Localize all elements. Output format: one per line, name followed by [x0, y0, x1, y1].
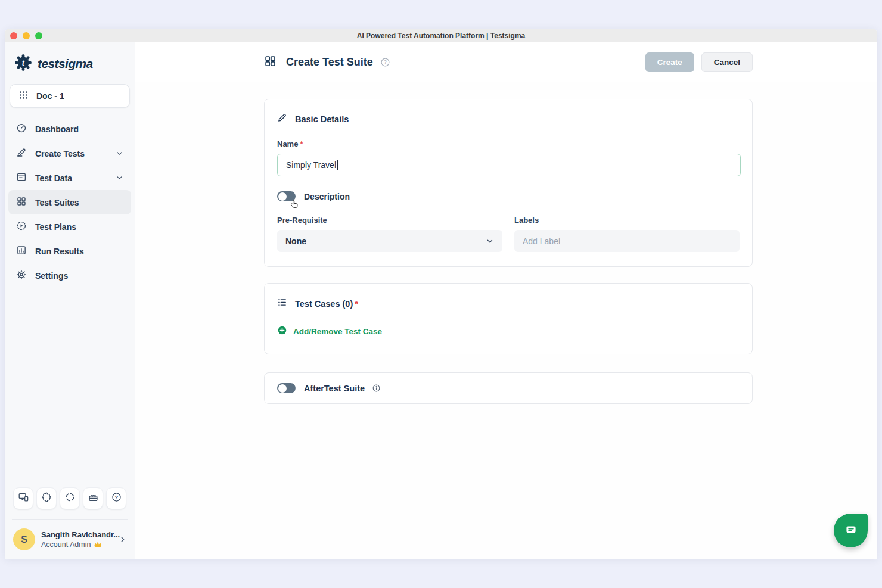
required-marker: * — [300, 139, 303, 148]
list-icon — [277, 297, 287, 310]
titlebar: AI Powered Test Automation Platform | Te… — [5, 29, 877, 42]
user-meta: Sangith Ravichandr... Account Admin — [41, 530, 113, 549]
user-role: Account Admin — [41, 540, 113, 549]
sidebar-item-label: Test Suites — [35, 198, 79, 207]
aftertest-suite-toggle[interactable] — [277, 383, 296, 393]
crown-icon — [94, 540, 102, 549]
name-input[interactable]: Simply Travel — [277, 154, 741, 176]
add-remove-test-case-label: Add/Remove Test Case — [293, 327, 382, 336]
devices-icon — [18, 491, 29, 505]
help-button[interactable]: ? — [106, 487, 126, 509]
create-button[interactable]: Create — [645, 52, 694, 72]
user-role-label: Account Admin — [41, 540, 91, 549]
sidebar: t testsigma Doc - 1 — [5, 42, 135, 559]
gear-icon — [16, 269, 27, 282]
basic-details-title: Basic Details — [295, 114, 349, 124]
test-cases-card: Test Cases (0)* Add/Remove Test Case — [264, 283, 753, 354]
test-cases-title: Test Cases (0)* — [295, 299, 358, 309]
cancel-button[interactable]: Cancel — [701, 52, 753, 72]
chevron-down-icon — [486, 237, 494, 245]
pencil-icon — [16, 147, 27, 160]
chevron-down-icon — [116, 174, 123, 182]
test-cases-header: Test Cases (0)* — [277, 297, 740, 310]
chat-launcher-button[interactable] — [834, 514, 868, 547]
user-profile[interactable]: S Sangith Ravichandr... Account Admin — [11, 528, 129, 550]
name-label: Name* — [277, 139, 740, 148]
brand-name: testsigma — [38, 57, 93, 71]
title-help-icon[interactable]: ? — [380, 57, 390, 67]
page-title: Create Test Suite — [286, 56, 373, 69]
devices-button[interactable] — [13, 487, 33, 509]
app-window: AI Powered Test Automation Platform | Te… — [5, 29, 877, 559]
svg-text:?: ? — [114, 494, 117, 500]
utility-buttons: ? — [11, 487, 129, 509]
labels-field: Labels — [514, 216, 740, 252]
sidebar-item-label: Test Plans — [35, 222, 76, 232]
chevron-right-icon — [119, 536, 126, 543]
sync-button[interactable] — [60, 487, 80, 509]
play-circle-icon — [16, 220, 27, 233]
project-switcher[interactable]: Doc - 1 — [10, 84, 130, 108]
sidebar-item-settings[interactable]: Settings — [8, 263, 131, 288]
main-panel: Create Test Suite ? Create Cancel — [135, 42, 877, 559]
pencil-icon — [277, 113, 287, 125]
labels-label: Labels — [514, 216, 740, 225]
sidebar-item-run-results[interactable]: Run Results — [8, 239, 131, 263]
sidebar-item-label: Dashboard — [35, 125, 79, 134]
bar-chart-icon — [16, 245, 27, 257]
basic-details-header: Basic Details — [277, 113, 740, 125]
sidebar-item-test-suites[interactable]: Test Suites — [8, 190, 131, 214]
sidebar-item-test-plans[interactable]: Test Plans — [8, 214, 131, 239]
sidebar-item-dashboard[interactable]: Dashboard — [8, 117, 131, 141]
help-circle-icon: ? — [111, 491, 122, 505]
user-name: Sangith Ravichandr... — [41, 530, 113, 539]
description-label: Description — [304, 192, 350, 201]
grid-squares-icon — [16, 196, 27, 209]
integrations-button[interactable] — [36, 487, 57, 509]
text-caret — [337, 160, 338, 170]
window-title: AI Powered Test Automation Platform | Te… — [5, 32, 877, 40]
chat-icon — [843, 522, 859, 540]
description-toggle[interactable] — [277, 191, 296, 201]
testsigma-gear-logo-icon: t — [14, 54, 32, 74]
header-actions: Create Cancel — [645, 52, 753, 72]
add-remove-test-case-link[interactable]: Add/Remove Test Case — [277, 325, 382, 338]
prerequisite-select[interactable]: None — [277, 230, 502, 252]
sidebar-item-label: Create Tests — [35, 149, 85, 158]
sidebar-divider — [12, 519, 128, 520]
test-suite-grid-icon — [264, 55, 277, 70]
grid-dots-icon — [18, 90, 29, 102]
sync-circle-icon — [64, 491, 76, 505]
sidebar-item-test-data[interactable]: Test Data — [8, 166, 131, 190]
sidebar-nav: Dashboard Create Tests — [5, 111, 135, 293]
prerequisite-field: Pre-Requisite None — [277, 216, 502, 252]
prerequisite-label: Pre-Requisite — [277, 216, 502, 225]
required-marker: * — [355, 299, 358, 309]
test-data-file-icon — [16, 172, 27, 184]
whats-new-button[interactable] — [83, 487, 103, 509]
page-header: Create Test Suite ? Create Cancel — [135, 42, 877, 82]
aftertest-suite-card: AfterTest Suite — [264, 372, 753, 404]
plus-circle-icon — [277, 325, 287, 338]
basic-details-card: Basic Details Name* Simply Travel Descri… — [264, 99, 753, 267]
project-label: Doc - 1 — [36, 91, 64, 101]
labels-input[interactable] — [514, 230, 740, 252]
info-icon[interactable] — [372, 384, 381, 393]
avatar-initial: S — [21, 534, 27, 545]
aftertest-suite-title: AfterTest Suite — [304, 384, 365, 393]
svg-text:?: ? — [384, 60, 387, 65]
sidebar-item-label: Test Data — [35, 173, 72, 183]
dashboard-icon — [16, 123, 27, 135]
sidebar-item-label: Run Results — [35, 247, 84, 256]
avatar: S — [13, 528, 35, 550]
sidebar-item-create-tests[interactable]: Create Tests — [8, 141, 131, 166]
description-toggle-row: Description — [277, 191, 350, 201]
name-input-value: Simply Travel — [286, 160, 336, 170]
sidebar-bottom: ? S Sangith Ravichandr... Account Admin — [5, 487, 135, 559]
prerequisite-value: None — [285, 237, 306, 246]
chevron-down-icon — [116, 150, 123, 157]
page-content: Basic Details Name* Simply Travel Descri… — [135, 82, 877, 559]
puzzle-icon — [41, 491, 52, 505]
brand-logo: t testsigma — [5, 42, 135, 83]
cake-icon — [88, 491, 99, 505]
